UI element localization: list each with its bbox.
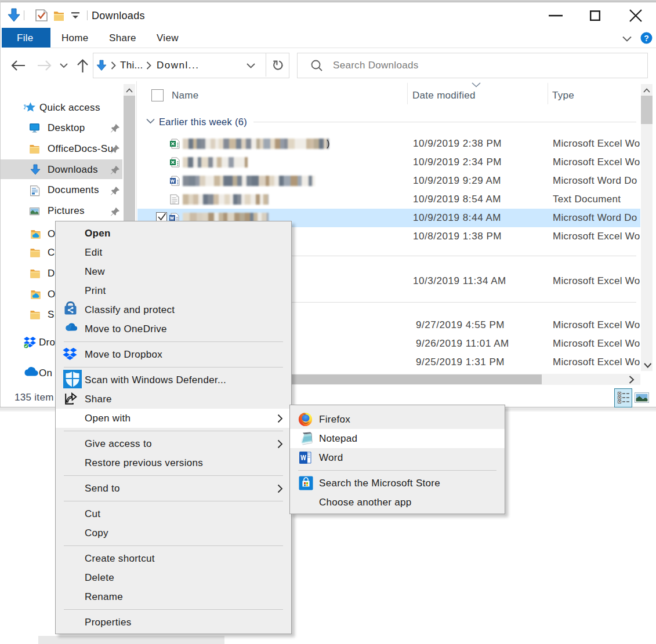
svg-text:?: ?	[644, 34, 649, 43]
